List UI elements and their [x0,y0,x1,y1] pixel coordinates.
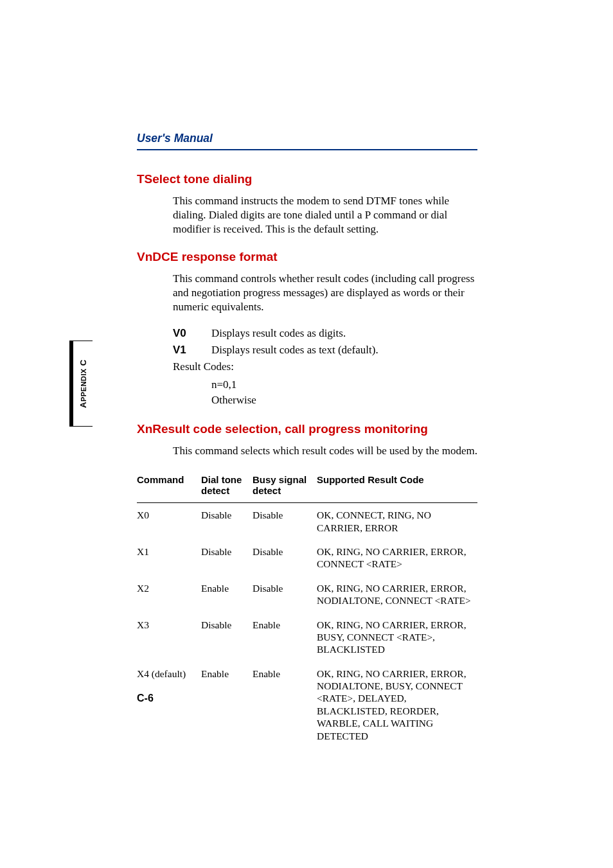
result-code-item: n=0,1 [211,378,477,391]
cell-cmd: X4 (default) [137,662,201,748]
table-row: X2 Enable Disable OK, RING, NO CARRIER, … [137,576,477,613]
appendix-tab: APPENDIX C [69,341,93,427]
result-code-item: Otherwise [211,394,477,407]
cell-dial: Disable [201,613,253,662]
cell-cmd: X3 [137,613,201,662]
section-heading-t: TSelect tone dialing [137,172,477,186]
cell-dial: Enable [201,662,253,748]
th-command: Command [137,474,201,503]
definition-row: V0 Displays result codes as digits. [173,327,477,340]
cell-result: OK, RING, NO CARRIER, ERROR, NODIALTONE,… [317,662,477,748]
table-header-row: Command Dial tone detect Busy signal det… [137,474,477,503]
cell-busy: Disable [253,503,317,540]
cell-result: OK, RING, NO CARRIER, ERROR, CONNECT <RA… [317,540,477,576]
cell-dial: Enable [201,576,253,613]
cell-busy: Enable [253,613,317,662]
section-heading-vn: VnDCE response format [137,250,477,264]
cell-result: OK, RING, NO CARRIER, ERROR, NODIALTONE,… [317,576,477,613]
definition-row: V1 Displays result codes as text (defaul… [173,344,477,357]
appendix-label: APPENDIX C [73,341,93,427]
body-text-vn: This command controls whether result cod… [173,272,477,314]
table-row: X0 Disable Disable OK, CONNECT, RING, NO… [137,503,477,540]
xn-table: Command Dial tone detect Busy signal det… [137,474,477,748]
body-text-xn: This command selects which result codes … [173,444,477,458]
section-heading-xn: XnResult code selection, call progress m… [137,422,477,436]
cell-cmd: X2 [137,576,201,613]
table-row: X3 Disable Enable OK, RING, NO CARRIER, … [137,613,477,662]
definition-term: V0 [173,327,211,340]
cell-result: OK, RING, NO CARRIER, ERROR, BUSY, CONNE… [317,613,477,662]
th-result: Supported Result Code [317,474,477,503]
table-row: X4 (default) Enable Enable OK, RING, NO … [137,662,477,748]
definition-list-vn: V0 Displays result codes as digits. V1 D… [173,327,477,357]
running-header: User's Manual [137,132,477,149]
cell-result: OK, CONNECT, RING, NO CARRIER, ERROR [317,503,477,540]
result-codes-items: n=0,1 Otherwise [211,378,477,407]
page-number: C-6 [137,693,154,704]
header-rule [137,149,477,150]
cell-busy: Enable [253,662,317,748]
cell-cmd: X1 [137,540,201,576]
table-row: X1 Disable Disable OK, RING, NO CARRIER,… [137,540,477,576]
th-busy: Busy signal detect [253,474,317,503]
cell-busy: Disable [253,540,317,576]
cell-cmd: X0 [137,503,201,540]
cell-dial: Disable [201,540,253,576]
result-codes-label: Result Codes: [173,360,477,373]
cell-busy: Disable [253,576,317,613]
definition-term: V1 [173,344,211,357]
th-dial: Dial tone detect [201,474,253,503]
definition-desc: Displays result codes as text (default). [211,344,477,357]
cell-dial: Disable [201,503,253,540]
definition-desc: Displays result codes as digits. [211,327,477,340]
body-text-t: This command instructs the modem to send… [173,194,477,236]
page-content: User's Manual TSelect tone dialing This … [137,132,477,748]
